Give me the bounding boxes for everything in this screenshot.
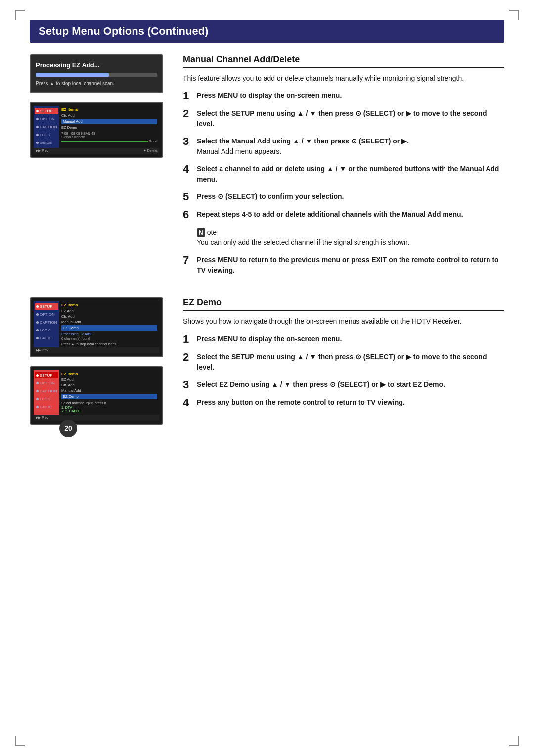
ez-step-1: 1 Press MENU to display the on-screen me… [183,334,504,345]
step-num-3: 3 [183,136,193,147]
ez-demo-left-col: SETUP OPTION CAPTION LOCK [30,297,168,425]
tv-inner-manual: SETUP OPTION CAPTION LOCK [31,103,162,157]
mcr-chadd: Ch. Add [61,314,157,319]
menu-dot [36,126,39,128]
corner-decoration-br [509,736,519,746]
menu-dot [36,110,39,112]
manual-step-5: 5 Press ⊙ (SELECT) to confirm your selec… [183,191,504,202]
note-label: N [197,228,205,237]
ez-step-num-1: 1 [183,334,193,345]
menu-content-header: EZ Items [61,107,157,112]
menu-content-ez1: EZ Items EZ Add Ch. Add Manual Add EZ De… [59,301,159,347]
step-num-6: 6 [183,209,193,220]
corner-decoration-tr [509,10,519,20]
process-screen-image: Processing EZ Add... Press ▲ to stop loc… [30,54,163,93]
signal-bar-row: Good [61,140,157,143]
tv-screen-manual: SETUP OPTION CAPTION LOCK [30,102,163,158]
process-title: Processing EZ Add... [36,61,157,69]
menu-mock-ez1: SETUP OPTION CAPTION LOCK [34,301,159,347]
step-text-6: Repeat steps 4-5 to add or delete additi… [197,209,504,220]
menu-sidebar-manual: SETUP OPTION CAPTION LOCK [34,106,59,148]
ez-step-num-2: 2 [183,352,193,363]
menu-content-manual: EZ Items Ch. Add Manual Add EZ Demo 7 08… [59,106,159,148]
menu-dot [36,321,39,324]
process-bar-outer [36,73,157,77]
step-num-2: 2 [183,108,193,119]
corner-decoration-tl [15,10,25,20]
menu-item-option-ez2: OPTION [35,380,58,386]
menu-dot [36,329,39,331]
step-text-4: Select a channel to add or delete using … [197,164,504,185]
menu-item-caption-ez: CAPTION [35,319,58,326]
ez-section-title: EZ Demo [183,297,504,311]
menu-item-guide-ez: GUIDE [35,335,58,341]
manual-step-1: 1 Press MENU to display the on-screen me… [183,91,504,101]
menu-footer-ez1: ▶▶ Prev [34,347,159,353]
ez-step-text-2: Select the SETUP menu using ▲ / ▼ then p… [197,352,504,373]
step-num-1: 1 [183,91,193,101]
right-col-manual: Manual Channel Add/Delete This feature a… [183,54,504,283]
mcr-chadd2: Ch. Add [61,383,157,387]
tv-screen-ez2: SETUP OPTION CAPTION LOCK [30,366,163,425]
mcr-manualadd2: Manual Add [61,388,157,393]
menu-mock-manual: SETUP OPTION CAPTION LOCK [34,106,159,148]
ez2-text: Select antenna input, press it. 1. DTV ✓… [61,401,157,413]
menu-item-setup-ez: SETUP [35,303,58,310]
tv-inner-ez1: SETUP OPTION CAPTION LOCK [31,298,162,356]
menu-content-detail: 7 08 - 08-08 KEAN-48 Signal Strength Goo… [61,132,157,143]
ez-processing: Processing EZ Add... 6 channel(s) found [61,332,157,340]
mcr-ezadd: EZ Add [61,309,157,313]
step-text-2: Select the SETUP menu using ▲ / ▼ then p… [197,108,504,129]
page-title: Setup Menu Options (Continued) [39,25,208,37]
manual-step-4: 4 Select a channel to add or delete usin… [183,164,504,185]
menu-item-guide-ez2: GUIDE [35,404,58,410]
corner-decoration-bl [15,736,25,746]
ez-demo-section: SETUP OPTION CAPTION LOCK [30,297,504,425]
section-gap [30,283,504,297]
menu-dot [36,374,39,377]
process-bar-inner [36,73,109,77]
step-text-1: Press MENU to display the on-screen menu… [197,91,504,101]
signal-bar [61,141,148,142]
menu-item-setup-ez2: SETUP [35,372,58,378]
menu-item-setup: SETUP [35,108,58,114]
mch-ezdemo2: EZ Demo [61,394,157,399]
ez-step-num-4: 4 [183,397,193,408]
menu-item-caption: CAPTION [35,124,58,130]
note-block: Note You can only add the selected chann… [197,227,504,248]
menu-mock-ez2: SETUP OPTION CAPTION LOCK [34,370,159,415]
tv-screen-ez1: SETUP OPTION CAPTION LOCK [30,297,163,357]
note-word: ote [207,228,217,236]
manual-step-3: 3 Select the Manual Add using ▲ / ▼ then… [183,136,504,157]
menu-dot [36,390,39,392]
menu-content-row2: EZ Demo [61,125,157,130]
left-screenshots-col: Processing EZ Add... Press ▲ to stop loc… [30,54,168,283]
menu-dot [36,305,39,308]
menu-dot [36,313,39,316]
menu-sidebar-ez1: SETUP OPTION CAPTION LOCK [34,301,59,347]
ez-step-2: 2 Select the SETUP menu using ▲ / ▼ then… [183,352,504,373]
right-col-ez: EZ Demo Shows you how to navigate throug… [183,297,504,425]
menu-item-caption-ez2: CAPTION [35,388,58,394]
menu-dot [36,142,39,144]
tv-inner-ez2: SETUP OPTION CAPTION LOCK [31,367,162,424]
manual-step-2: 2 Select the SETUP menu using ▲ / ▼ then… [183,108,504,129]
menu-item-option: OPTION [35,116,58,122]
menu-item-lock-ez: LOCK [35,327,58,333]
manual-channel-section: Processing EZ Add... Press ▲ to stop loc… [30,54,504,283]
ez-step-text-3: Select EZ Demo using ▲ / ▼ then press ⊙ … [197,379,504,390]
step-text-7: Press MENU to return to the previous men… [197,255,504,276]
menu-dot [36,134,39,136]
step-text-5: Press ⊙ (SELECT) to confirm your selecti… [197,191,504,202]
mch-ezdemo: EZ Demo [61,325,157,331]
menu-footer-ez2: ▶▶ Prev [34,415,159,421]
menu-dot [36,118,39,120]
menu-item-lock-ez2: LOCK [35,396,58,402]
menu-item-option-ez: OPTION [35,311,58,318]
menu-content-highlight: Manual Add [61,119,157,124]
manual-step-6: 6 Repeat steps 4-5 to add or delete addi… [183,209,504,220]
page-number: 20 [59,420,77,437]
ez-instruction: Press ▲ to stop local channel icons. [61,342,157,346]
menu-content-ez2: EZ Items EZ Add Ch. Add Manual Add EZ De… [59,370,159,415]
step-num-4: 4 [183,164,193,175]
